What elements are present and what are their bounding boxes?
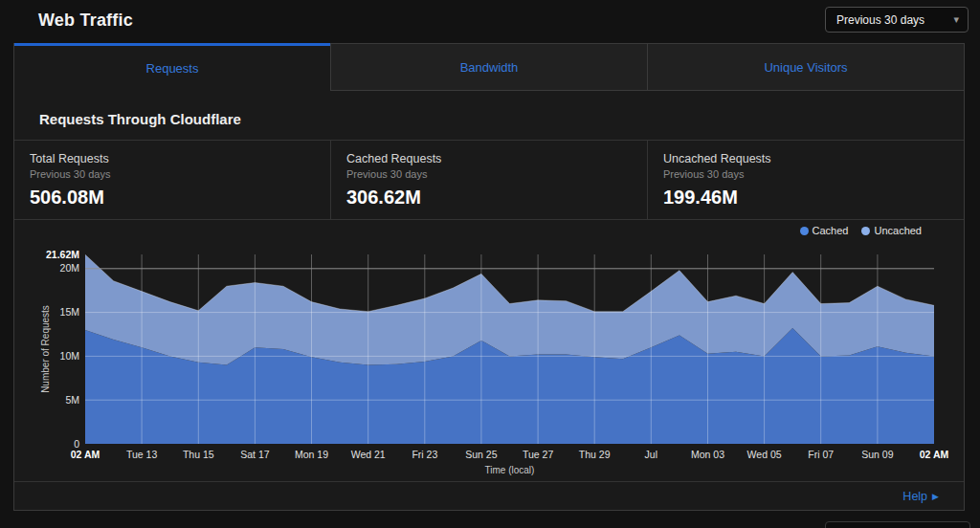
stat-total-requests: Total Requests Previous 30 days 506.08M	[14, 141, 330, 219]
svg-text:0: 0	[74, 438, 79, 450]
stats-strip: Total Requests Previous 30 days 506.08M …	[14, 140, 964, 220]
chart-legend: Cached Uncached	[800, 225, 922, 236]
cutoff-dropdown-box	[825, 521, 970, 528]
svg-text:Jul: Jul	[645, 449, 657, 460]
tab-requests-label: Requests	[146, 61, 199, 76]
svg-text:Fri 23: Fri 23	[412, 449, 437, 460]
stat-period: Previous 30 days	[663, 168, 948, 180]
section-heading: Requests Through Cloudflare	[14, 91, 964, 140]
time-range-select[interactable]: Previous 30 days ▾	[825, 7, 969, 33]
stat-value: 306.62M	[346, 187, 632, 209]
legend-item-cached[interactable]: Cached	[800, 225, 849, 236]
svg-text:Wed 05: Wed 05	[747, 449, 782, 460]
svg-text:Time (local): Time (local)	[485, 465, 535, 475]
uncached-dot-icon	[861, 227, 870, 235]
svg-text:Sun 25: Sun 25	[465, 449, 497, 460]
requests-chart-area: Cached Uncached 05M10M15M20M21.62M02 AMT…	[14, 220, 964, 481]
stat-value: 506.08M	[30, 187, 315, 209]
stat-uncached-requests: Uncached Requests Previous 30 days 199.4…	[647, 141, 964, 219]
svg-text:Mon 03: Mon 03	[691, 449, 724, 460]
svg-text:Tue 27: Tue 27	[523, 449, 553, 460]
tab-unique-visitors[interactable]: Unique Visitors	[647, 43, 964, 91]
tab-bar: Requests Bandwidth Unique Visitors	[14, 43, 964, 91]
page-title: Web Traffic	[38, 11, 133, 31]
svg-text:Sun 09: Sun 09	[861, 449, 893, 460]
time-range-value: Previous 30 days	[836, 13, 924, 27]
svg-text:Fri 07: Fri 07	[808, 449, 834, 460]
stat-cached-requests: Cached Requests Previous 30 days 306.62M	[330, 141, 647, 219]
svg-text:21.62M: 21.62M	[46, 249, 79, 260]
stat-period: Previous 30 days	[346, 168, 632, 180]
svg-text:Thu 15: Thu 15	[183, 449, 214, 460]
stacked-area-chart: 05M10M15M20M21.62M02 AMTue 13Thu 15Sat 1…	[14, 235, 966, 476]
help-link[interactable]: Help ▶	[902, 490, 939, 503]
stat-label: Total Requests	[30, 152, 315, 165]
panel-footer: Help ▶	[14, 481, 964, 510]
svg-text:10M: 10M	[60, 350, 79, 362]
svg-text:15M: 15M	[60, 306, 79, 318]
cached-dot-icon	[800, 227, 809, 235]
stat-value: 199.46M	[663, 187, 948, 209]
help-label: Help	[902, 490, 927, 503]
web-traffic-panel: Requests Bandwidth Unique Visitors Reque…	[13, 43, 965, 511]
legend-uncached-label: Uncached	[874, 225, 922, 236]
stat-label: Uncached Requests	[663, 152, 948, 165]
legend-item-uncached[interactable]: Uncached	[861, 225, 922, 236]
help-arrow-icon: ▶	[932, 492, 939, 501]
svg-text:Tue 13: Tue 13	[126, 449, 157, 460]
svg-text:Mon 19: Mon 19	[295, 449, 328, 460]
svg-text:Thu 29: Thu 29	[579, 449, 611, 460]
chevron-down-icon: ▾	[953, 14, 959, 25]
svg-text:5M: 5M	[65, 394, 79, 406]
svg-text:02 AM: 02 AM	[920, 449, 949, 460]
svg-text:Number of Requests: Number of Requests	[40, 305, 51, 393]
stat-label: Cached Requests	[346, 152, 632, 165]
tab-bandwidth-label: Bandwidth	[460, 60, 519, 75]
tab-requests[interactable]: Requests	[14, 43, 330, 91]
tab-unique-visitors-label: Unique Visitors	[764, 60, 847, 75]
tab-bandwidth[interactable]: Bandwidth	[330, 43, 647, 91]
svg-text:Wed 21: Wed 21	[351, 449, 386, 460]
svg-text:20M: 20M	[60, 262, 79, 274]
legend-cached-label: Cached	[813, 225, 849, 236]
stat-period: Previous 30 days	[30, 168, 315, 180]
svg-text:02 AM: 02 AM	[71, 449, 100, 460]
svg-text:Sat 17: Sat 17	[240, 449, 270, 460]
